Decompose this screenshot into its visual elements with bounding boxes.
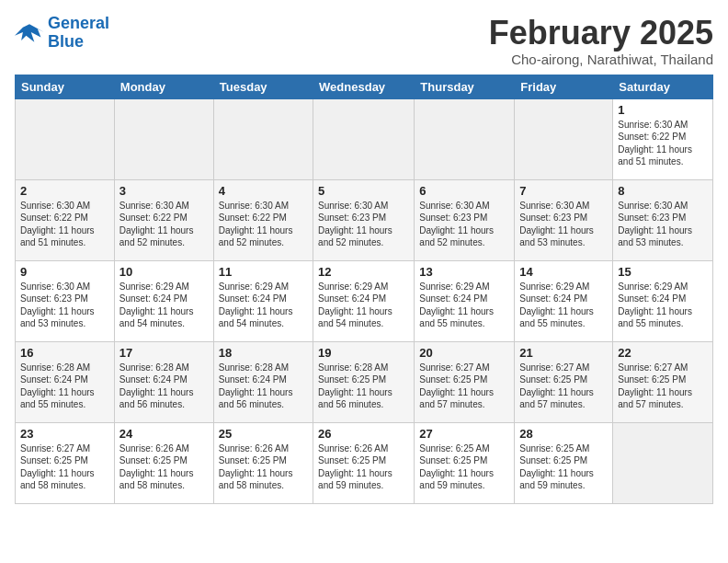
- calendar-cell: 11Sunrise: 6:29 AM Sunset: 6:24 PM Dayli…: [213, 260, 313, 341]
- day-info: Sunrise: 6:30 AM Sunset: 6:22 PM Dayligh…: [119, 200, 209, 249]
- calendar-cell: [313, 98, 415, 179]
- calendar-table: SundayMondayTuesdayWednesdayThursdayFrid…: [15, 75, 713, 504]
- day-number: 20: [419, 346, 509, 360]
- day-number: 15: [618, 265, 708, 279]
- day-number: 8: [618, 184, 708, 198]
- day-number: 3: [119, 184, 209, 198]
- calendar-cell: 24Sunrise: 6:26 AM Sunset: 6:25 PM Dayli…: [114, 422, 213, 503]
- calendar-week-row: 1Sunrise: 6:30 AM Sunset: 6:22 PM Daylig…: [16, 98, 713, 179]
- calendar-header-row: SundayMondayTuesdayWednesdayThursdayFrid…: [16, 75, 713, 98]
- day-number: 25: [219, 427, 308, 441]
- calendar-cell: 9Sunrise: 6:30 AM Sunset: 6:23 PM Daylig…: [16, 260, 115, 341]
- day-number: 4: [219, 184, 308, 198]
- calendar-cell: 23Sunrise: 6:27 AM Sunset: 6:25 PM Dayli…: [16, 422, 115, 503]
- day-info: Sunrise: 6:30 AM Sunset: 6:23 PM Dayligh…: [20, 281, 109, 330]
- day-number: 17: [119, 346, 209, 360]
- day-number: 5: [318, 184, 409, 198]
- day-info: Sunrise: 6:26 AM Sunset: 6:25 PM Dayligh…: [119, 442, 209, 492]
- day-number: 13: [419, 265, 509, 279]
- day-of-week-header: Monday: [114, 75, 213, 98]
- day-of-week-header: Sunday: [16, 75, 115, 98]
- calendar-cell: 6Sunrise: 6:30 AM Sunset: 6:23 PM Daylig…: [415, 179, 515, 260]
- logo: General Blue: [15, 15, 109, 52]
- day-info: Sunrise: 6:28 AM Sunset: 6:24 PM Dayligh…: [219, 362, 308, 411]
- day-info: Sunrise: 6:29 AM Sunset: 6:24 PM Dayligh…: [618, 281, 708, 330]
- day-number: 27: [419, 427, 509, 441]
- calendar-cell: 21Sunrise: 6:27 AM Sunset: 6:25 PM Dayli…: [515, 341, 613, 422]
- calendar-cell: 8Sunrise: 6:30 AM Sunset: 6:23 PM Daylig…: [613, 179, 713, 260]
- calendar-cell: 19Sunrise: 6:28 AM Sunset: 6:25 PM Dayli…: [313, 341, 415, 422]
- calendar-cell: 4Sunrise: 6:30 AM Sunset: 6:22 PM Daylig…: [213, 179, 313, 260]
- calendar-cell: [114, 98, 213, 179]
- calendar-cell: 15Sunrise: 6:29 AM Sunset: 6:24 PM Dayli…: [613, 260, 713, 341]
- day-info: Sunrise: 6:29 AM Sunset: 6:24 PM Dayligh…: [519, 281, 608, 330]
- day-number: 14: [519, 265, 608, 279]
- calendar-cell: [415, 98, 515, 179]
- day-info: Sunrise: 6:28 AM Sunset: 6:24 PM Dayligh…: [20, 362, 109, 411]
- day-info: Sunrise: 6:28 AM Sunset: 6:25 PM Dayligh…: [318, 362, 409, 411]
- day-of-week-header: Friday: [515, 75, 613, 98]
- day-number: 2: [20, 184, 109, 198]
- calendar-cell: 28Sunrise: 6:25 AM Sunset: 6:25 PM Dayli…: [515, 422, 613, 503]
- day-number: 21: [519, 346, 608, 360]
- day-info: Sunrise: 6:28 AM Sunset: 6:24 PM Dayligh…: [119, 362, 209, 411]
- calendar-week-row: 23Sunrise: 6:27 AM Sunset: 6:25 PM Dayli…: [16, 422, 713, 503]
- day-info: Sunrise: 6:30 AM Sunset: 6:23 PM Dayligh…: [419, 200, 509, 249]
- logo-text: General Blue: [48, 15, 109, 52]
- day-info: Sunrise: 6:30 AM Sunset: 6:22 PM Dayligh…: [219, 200, 308, 249]
- day-info: Sunrise: 6:30 AM Sunset: 6:22 PM Dayligh…: [618, 119, 708, 168]
- calendar-cell: 10Sunrise: 6:29 AM Sunset: 6:24 PM Dayli…: [114, 260, 213, 341]
- calendar-cell: 22Sunrise: 6:27 AM Sunset: 6:25 PM Dayli…: [613, 341, 713, 422]
- day-info: Sunrise: 6:27 AM Sunset: 6:25 PM Dayligh…: [419, 362, 509, 411]
- calendar-cell: 3Sunrise: 6:30 AM Sunset: 6:22 PM Daylig…: [114, 179, 213, 260]
- svg-marker-0: [15, 24, 44, 42]
- calendar-cell: 20Sunrise: 6:27 AM Sunset: 6:25 PM Dayli…: [415, 341, 515, 422]
- day-number: 11: [219, 265, 308, 279]
- day-info: Sunrise: 6:27 AM Sunset: 6:25 PM Dayligh…: [519, 362, 608, 411]
- calendar-cell: [16, 98, 115, 179]
- day-of-week-header: Saturday: [613, 75, 713, 98]
- calendar-cell: 27Sunrise: 6:25 AM Sunset: 6:25 PM Dayli…: [415, 422, 515, 503]
- calendar-cell: 16Sunrise: 6:28 AM Sunset: 6:24 PM Dayli…: [16, 341, 115, 422]
- calendar-body: 1Sunrise: 6:30 AM Sunset: 6:22 PM Daylig…: [16, 98, 713, 503]
- day-info: Sunrise: 6:27 AM Sunset: 6:25 PM Dayligh…: [618, 362, 708, 411]
- day-number: 22: [618, 346, 708, 360]
- day-number: 10: [119, 265, 209, 279]
- calendar-week-row: 2Sunrise: 6:30 AM Sunset: 6:22 PM Daylig…: [16, 179, 713, 260]
- day-info: Sunrise: 6:30 AM Sunset: 6:23 PM Dayligh…: [618, 200, 708, 249]
- calendar-cell: 18Sunrise: 6:28 AM Sunset: 6:24 PM Dayli…: [213, 341, 313, 422]
- day-info: Sunrise: 6:29 AM Sunset: 6:24 PM Dayligh…: [419, 281, 509, 330]
- day-info: Sunrise: 6:29 AM Sunset: 6:24 PM Dayligh…: [219, 281, 308, 330]
- day-of-week-header: Thursday: [415, 75, 515, 98]
- day-number: 23: [20, 427, 109, 441]
- day-number: 18: [219, 346, 308, 360]
- day-info: Sunrise: 6:29 AM Sunset: 6:24 PM Dayligh…: [318, 281, 409, 330]
- day-info: Sunrise: 6:25 AM Sunset: 6:25 PM Dayligh…: [519, 442, 608, 492]
- day-number: 7: [519, 184, 608, 198]
- day-number: 1: [618, 103, 708, 117]
- day-info: Sunrise: 6:27 AM Sunset: 6:25 PM Dayligh…: [20, 442, 109, 492]
- calendar-cell: 7Sunrise: 6:30 AM Sunset: 6:23 PM Daylig…: [515, 179, 613, 260]
- calendar-cell: 12Sunrise: 6:29 AM Sunset: 6:24 PM Dayli…: [313, 260, 415, 341]
- calendar-cell: 2Sunrise: 6:30 AM Sunset: 6:22 PM Daylig…: [16, 179, 115, 260]
- calendar-cell: 14Sunrise: 6:29 AM Sunset: 6:24 PM Dayli…: [515, 260, 613, 341]
- day-info: Sunrise: 6:26 AM Sunset: 6:25 PM Dayligh…: [219, 442, 308, 492]
- logo-icon: [15, 20, 44, 46]
- day-number: 26: [318, 427, 409, 441]
- day-info: Sunrise: 6:25 AM Sunset: 6:25 PM Dayligh…: [419, 442, 509, 492]
- day-number: 28: [519, 427, 608, 441]
- day-info: Sunrise: 6:26 AM Sunset: 6:25 PM Dayligh…: [318, 442, 409, 492]
- calendar-cell: 13Sunrise: 6:29 AM Sunset: 6:24 PM Dayli…: [415, 260, 515, 341]
- day-info: Sunrise: 6:29 AM Sunset: 6:24 PM Dayligh…: [119, 281, 209, 330]
- calendar-cell: [213, 98, 313, 179]
- day-number: 16: [20, 346, 109, 360]
- day-info: Sunrise: 6:30 AM Sunset: 6:23 PM Dayligh…: [519, 200, 608, 249]
- calendar-cell: 26Sunrise: 6:26 AM Sunset: 6:25 PM Dayli…: [313, 422, 415, 503]
- day-info: Sunrise: 6:30 AM Sunset: 6:23 PM Dayligh…: [318, 200, 409, 249]
- day-number: 12: [318, 265, 409, 279]
- calendar-cell: [515, 98, 613, 179]
- day-number: 24: [119, 427, 209, 441]
- calendar-cell: 17Sunrise: 6:28 AM Sunset: 6:24 PM Dayli…: [114, 341, 213, 422]
- day-number: 19: [318, 346, 409, 360]
- calendar-cell: 5Sunrise: 6:30 AM Sunset: 6:23 PM Daylig…: [313, 179, 415, 260]
